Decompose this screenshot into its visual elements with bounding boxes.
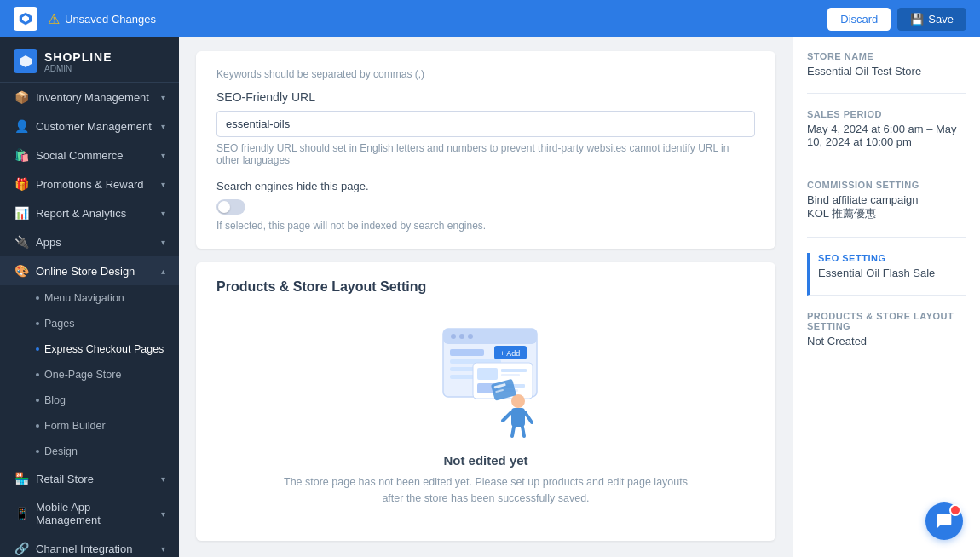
svg-rect-4 bbox=[443, 329, 537, 344]
hide-page-label: Search engines hide this page. bbox=[216, 180, 755, 192]
sidebar-sub-express-checkout[interactable]: Express Checkout Pages bbox=[0, 336, 179, 362]
unsaved-changes-label: Unsaved Changes bbox=[65, 13, 156, 26]
sidebar-item-retail[interactable]: 🏪 Retail Store ▾ bbox=[0, 464, 179, 493]
panel-label: Store Name bbox=[807, 51, 966, 61]
sidebar-item-apps[interactable]: 🔌 Apps ▾ bbox=[0, 227, 179, 256]
warning-icon: ⚠ bbox=[48, 11, 60, 27]
sidebar-sub-blog[interactable]: Blog bbox=[0, 388, 179, 413]
panel-commission: Commission Setting Bind affiliate campai… bbox=[807, 180, 966, 238]
dot-icon bbox=[36, 373, 39, 376]
dot-icon bbox=[36, 322, 39, 325]
promotions-icon: 🎁 bbox=[14, 177, 29, 191]
sidebar-sub-one-page[interactable]: One-Page Store bbox=[0, 362, 179, 388]
svg-point-21 bbox=[511, 394, 525, 408]
sidebar-item-label: Promotions & Reward bbox=[36, 178, 154, 191]
save-button[interactable]: 💾 Save bbox=[897, 8, 966, 31]
sidebar-item-promotions[interactable]: 🎁 Promotions & Reward ▾ bbox=[0, 169, 179, 198]
sub-item-label: Menu Navigation bbox=[44, 292, 124, 304]
panel-value: Essential Oil Flash Sale bbox=[818, 267, 966, 279]
seo-card: Keywords should be separated by commas (… bbox=[196, 51, 775, 249]
panel-sales-period: Sales Period May 4, 2024 at 6:00 am – Ma… bbox=[807, 109, 966, 164]
sidebar-sub-menu-nav[interactable]: Menu Navigation bbox=[0, 285, 179, 311]
svg-rect-15 bbox=[477, 368, 498, 380]
sidebar-item-label: Mobile App Management bbox=[36, 501, 154, 526]
hide-page-hint: If selected, this page will not be index… bbox=[216, 220, 755, 232]
sidebar-sub-design[interactable]: Design bbox=[0, 439, 179, 464]
sidebar-item-label: Online Store Design bbox=[36, 265, 154, 278]
svg-text:+ Add: + Add bbox=[500, 349, 520, 358]
panel-value: Essential Oil Test Store bbox=[807, 65, 966, 78]
sidebar-item-customer[interactable]: 👤 Customer Management ▾ bbox=[0, 112, 179, 141]
chevron-down-icon: ▾ bbox=[161, 122, 165, 131]
chat-button[interactable] bbox=[925, 502, 963, 540]
sidebar-item-social[interactable]: 🛍️ Social Commerce ▾ bbox=[0, 141, 179, 169]
hide-page-section: Search engines hide this page. If select… bbox=[216, 180, 755, 232]
sidebar-sub-form-builder[interactable]: Form Builder bbox=[0, 413, 179, 439]
chevron-down-icon: ▾ bbox=[161, 93, 165, 102]
svg-line-25 bbox=[512, 427, 514, 436]
logo-sub: ADMIN bbox=[44, 64, 112, 73]
panel-label: Commission Setting bbox=[807, 180, 966, 190]
svg-line-26 bbox=[522, 427, 524, 436]
panel-products-layout: Products & Store Layout Setting Not Crea… bbox=[807, 311, 966, 363]
sub-item-label: Form Builder bbox=[44, 420, 106, 432]
chevron-down-icon: ▾ bbox=[161, 544, 165, 554]
top-bar-actions: Discard 💾 Save bbox=[827, 8, 966, 31]
panel-value: Not Created bbox=[807, 335, 966, 347]
save-icon: 💾 bbox=[910, 13, 924, 26]
svg-marker-2 bbox=[20, 55, 32, 67]
sidebar-logo: SHOPLINE ADMIN bbox=[0, 37, 179, 83]
sidebar-item-channel[interactable]: 🔗 Channel Integration ▾ bbox=[0, 534, 179, 557]
sidebar: SHOPLINE ADMIN 📦 Inventory Management ▾ … bbox=[0, 37, 179, 557]
not-edited-container: + Add bbox=[216, 312, 755, 524]
panel-value: May 4, 2024 at 6:00 am – May 10, 2024 at… bbox=[807, 123, 966, 148]
sidebar-sub-pages[interactable]: Pages bbox=[0, 311, 179, 336]
channel-icon: 🔗 bbox=[14, 542, 29, 555]
not-edited-illustration: + Add bbox=[418, 320, 554, 439]
chevron-down-icon: ▾ bbox=[161, 509, 165, 519]
url-label: SEO-Friendly URL bbox=[216, 90, 755, 104]
sub-item-label: Blog bbox=[44, 394, 66, 406]
chevron-up-icon: ▴ bbox=[161, 267, 165, 276]
customer-icon: 👤 bbox=[14, 119, 29, 133]
save-label: Save bbox=[928, 13, 954, 26]
top-bar: ⚠ Unsaved Changes Discard 💾 Save bbox=[0, 0, 980, 37]
svg-rect-22 bbox=[511, 408, 525, 427]
sidebar-item-inventory[interactable]: 📦 Inventory Management ▾ bbox=[0, 83, 179, 112]
sidebar-item-label: Customer Management bbox=[36, 120, 154, 133]
chevron-down-icon: ▾ bbox=[161, 180, 165, 189]
panel-value-2: KOL 推薦優惠 bbox=[807, 206, 966, 221]
dot-icon bbox=[36, 296, 39, 300]
svg-point-7 bbox=[468, 334, 473, 339]
chevron-down-icon: ▾ bbox=[161, 474, 165, 484]
sidebar-item-label: Report & Analytics bbox=[36, 207, 154, 220]
seo-url-input[interactable] bbox=[216, 111, 755, 137]
sidebar-item-report[interactable]: 📊 Report & Analytics ▾ bbox=[0, 198, 179, 227]
svg-rect-17 bbox=[501, 374, 520, 376]
logo-text-block: SHOPLINE ADMIN bbox=[44, 50, 112, 73]
chevron-down-icon: ▾ bbox=[161, 151, 165, 160]
hide-page-toggle[interactable] bbox=[216, 199, 245, 215]
right-panel: Store Name Essential Oil Test Store Sale… bbox=[793, 37, 980, 557]
chevron-down-icon: ▾ bbox=[161, 238, 165, 247]
mobile-icon: 📱 bbox=[14, 507, 29, 520]
sidebar-item-online-store[interactable]: 🎨 Online Store Design ▴ bbox=[0, 256, 179, 285]
retail-icon: 🏪 bbox=[14, 472, 29, 485]
apps-icon: 🔌 bbox=[14, 235, 29, 249]
sidebar-item-label: Apps bbox=[36, 236, 154, 249]
sub-item-label: Pages bbox=[44, 318, 74, 330]
sub-item-label: Express Checkout Pages bbox=[44, 343, 164, 355]
logo-mark bbox=[14, 49, 37, 73]
panel-label: Sales Period bbox=[807, 109, 966, 119]
not-edited-title: Not edited yet bbox=[443, 453, 527, 468]
discard-button[interactable]: Discard bbox=[827, 8, 891, 31]
unsaved-changes-notice: ⚠ Unsaved Changes bbox=[48, 11, 817, 27]
sidebar-item-label: Inventory Management bbox=[36, 91, 154, 104]
panel-seo-setting: SEO Setting Essential Oil Flash Sale bbox=[807, 253, 966, 296]
panel-label: Products & Store Layout Setting bbox=[807, 311, 966, 331]
sidebar-item-mobile-app[interactable]: 📱 Mobile App Management ▾ bbox=[0, 493, 179, 534]
main-content: Keywords should be separated by commas (… bbox=[179, 37, 793, 557]
inventory-icon: 📦 bbox=[14, 90, 29, 104]
svg-rect-8 bbox=[450, 349, 484, 356]
chevron-down-icon: ▾ bbox=[161, 209, 165, 218]
